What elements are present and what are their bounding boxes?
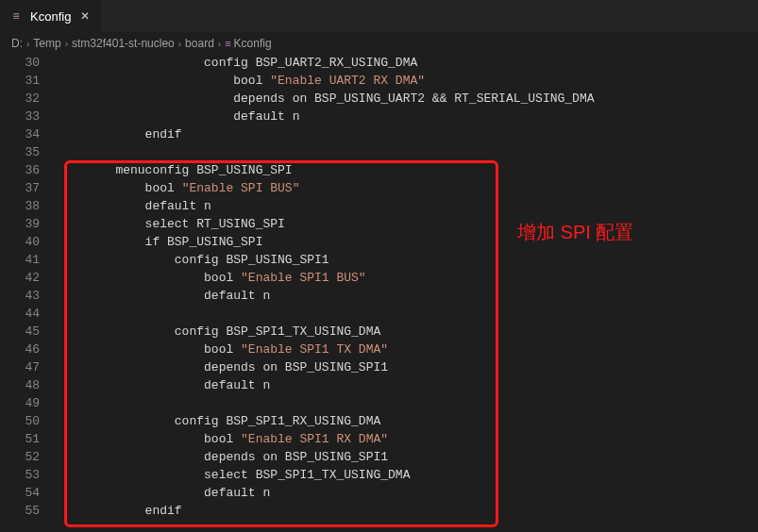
code-line[interactable]: bool "Enable SPI1 RX DMA" xyxy=(57,430,758,448)
line-number: 40 xyxy=(0,233,40,251)
tab-kconfig[interactable]: ≡ Kconfig ✕ xyxy=(0,0,102,32)
code-line[interactable]: endif xyxy=(57,502,758,520)
code-line[interactable]: config BSP_USING_SPI1 xyxy=(57,251,758,269)
line-number: 32 xyxy=(0,90,40,108)
code-line[interactable]: config BSP_SPI1_TX_USING_DMA xyxy=(57,323,758,341)
code-editor[interactable]: 3031323334353637383940414243444546474849… xyxy=(0,54,758,520)
line-number: 38 xyxy=(0,197,40,215)
line-number: 30 xyxy=(0,54,40,72)
code-line[interactable]: default n xyxy=(57,484,758,502)
tab-bar: ≡ Kconfig ✕ xyxy=(0,0,758,33)
code-line[interactable] xyxy=(57,143,758,161)
line-number: 35 xyxy=(0,143,40,161)
line-number: 53 xyxy=(0,466,40,484)
code-line[interactable]: config BSP_UART2_RX_USING_DMA xyxy=(57,54,758,72)
breadcrumb-item[interactable]: ≡Kconfig xyxy=(225,37,271,50)
chevron-right-icon: › xyxy=(26,39,29,49)
line-number: 51 xyxy=(0,430,40,448)
breadcrumb: D: › Temp › stm32f401-st-nucleo › board … xyxy=(0,33,758,54)
file-icon: ≡ xyxy=(9,9,23,23)
code-line[interactable]: depends on BSP_USING_SPI1 xyxy=(57,448,758,466)
code-line[interactable]: depends on BSP_USING_SPI1 xyxy=(57,358,758,376)
line-number: 41 xyxy=(0,251,40,269)
breadcrumb-item[interactable]: board xyxy=(185,37,214,50)
line-number: 47 xyxy=(0,358,40,376)
code-line[interactable]: depends on BSP_USING_UART2 && RT_SERIAL_… xyxy=(57,90,758,108)
line-number: 39 xyxy=(0,215,40,233)
line-number: 49 xyxy=(0,394,40,412)
code-line[interactable]: bool "Enable SPI1 TX DMA" xyxy=(57,341,758,358)
file-icon: ≡ xyxy=(225,38,230,49)
line-number: 37 xyxy=(0,179,40,197)
line-number-gutter: 3031323334353637383940414243444546474849… xyxy=(0,54,57,520)
code-line[interactable]: endif xyxy=(57,125,758,143)
code-line[interactable]: select BSP_SPI1_TX_USING_DMA xyxy=(57,466,758,484)
annotation-label: 增加 SPI 配置 xyxy=(517,224,633,241)
line-number: 54 xyxy=(0,484,40,502)
line-number: 31 xyxy=(0,72,40,90)
line-number: 42 xyxy=(0,269,40,287)
code-line[interactable]: menuconfig BSP_USING_SPI xyxy=(57,161,758,179)
breadcrumb-item[interactable]: stm32f401-st-nucleo xyxy=(72,37,175,50)
breadcrumb-item[interactable]: Temp xyxy=(33,37,60,50)
breadcrumb-item[interactable]: D: xyxy=(11,37,23,50)
code-line[interactable]: default n xyxy=(57,287,758,305)
line-number: 55 xyxy=(0,502,40,520)
line-number: 52 xyxy=(0,448,40,466)
code-line[interactable] xyxy=(57,394,758,412)
line-number: 34 xyxy=(0,125,40,143)
tab-title: Kconfig xyxy=(30,9,71,24)
line-number: 36 xyxy=(0,161,40,179)
chevron-right-icon: › xyxy=(218,39,221,49)
code-line[interactable]: default n xyxy=(57,197,758,215)
chevron-right-icon: › xyxy=(65,39,68,49)
line-number: 46 xyxy=(0,341,40,358)
code-line[interactable]: bool "Enable SPI BUS" xyxy=(57,179,758,197)
line-number: 48 xyxy=(0,376,40,394)
line-number: 44 xyxy=(0,305,40,323)
code-line[interactable]: if BSP_USING_SPI xyxy=(57,233,758,251)
line-number: 43 xyxy=(0,287,40,305)
code-content[interactable]: config BSP_UART2_RX_USING_DMA bool "Enab… xyxy=(57,54,758,520)
line-number: 50 xyxy=(0,412,40,430)
chevron-right-icon: › xyxy=(178,39,181,49)
code-line[interactable]: bool "Enable SPI1 BUS" xyxy=(57,269,758,287)
code-line[interactable]: select RT_USING_SPI xyxy=(57,215,758,233)
close-icon[interactable]: ✕ xyxy=(78,9,92,23)
code-line[interactable]: config BSP_SPI1_RX_USING_DMA xyxy=(57,412,758,430)
line-number: 33 xyxy=(0,108,40,125)
code-line[interactable]: bool "Enable UART2 RX DMA" xyxy=(57,72,758,90)
code-line[interactable] xyxy=(57,305,758,323)
code-line[interactable]: default n xyxy=(57,108,758,125)
code-line[interactable]: default n xyxy=(57,376,758,394)
line-number: 45 xyxy=(0,323,40,341)
breadcrumb-file-label: Kconfig xyxy=(234,37,272,50)
